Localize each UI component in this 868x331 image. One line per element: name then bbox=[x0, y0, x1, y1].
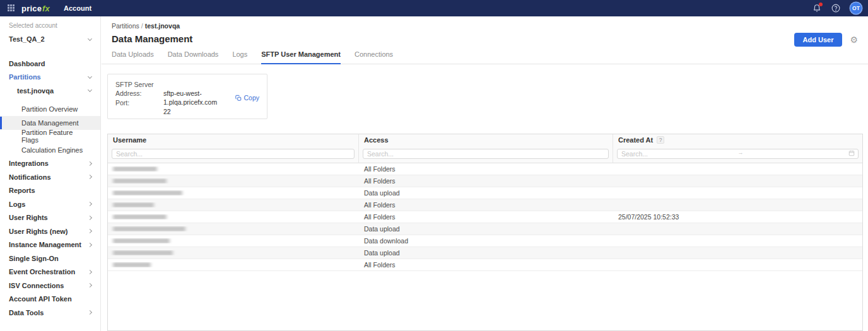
sftp-port-label: Port: bbox=[115, 98, 157, 107]
chevron-right-icon bbox=[88, 243, 92, 247]
username-cell bbox=[108, 202, 359, 207]
redacted-username bbox=[113, 190, 182, 195]
sidebar-item-integrations[interactable]: Integrations bbox=[0, 157, 100, 171]
username-cell bbox=[108, 190, 359, 195]
sidebar-item-data-tools[interactable]: Data Tools bbox=[0, 306, 100, 320]
main-content: Partitions/test.jnovqa Data Management A… bbox=[102, 16, 868, 331]
column-header-created-at[interactable]: Created At ? bbox=[613, 134, 862, 146]
chevron-right-icon bbox=[88, 161, 92, 166]
table-row[interactable]: All Folders bbox=[108, 199, 862, 211]
tab-sftp-user-management[interactable]: SFTP User Management bbox=[261, 50, 341, 64]
tab-connections[interactable]: Connections bbox=[355, 50, 393, 64]
sftp-users-table: Username Access Created At ? → All Folde… bbox=[107, 134, 863, 331]
sidebar-item-notifications[interactable]: Notifications bbox=[0, 170, 100, 184]
tab-bar: Data Uploads Data Downloads Logs SFTP Us… bbox=[102, 44, 868, 64]
table-row[interactable]: Data upload bbox=[108, 247, 862, 259]
redacted-username bbox=[113, 262, 151, 267]
breadcrumb-partitions[interactable]: Partitions bbox=[112, 22, 139, 30]
table-body: All FoldersAll FoldersData uploadAll Fol… bbox=[108, 163, 862, 330]
username-cell bbox=[108, 178, 359, 183]
table-row[interactable]: Data upload bbox=[108, 223, 862, 235]
redacted-username bbox=[113, 250, 173, 255]
chevron-down-icon bbox=[88, 36, 92, 40]
chevron-right-icon bbox=[88, 229, 92, 233]
sidebar-item-partition-feature-flags[interactable]: Partition Feature Flags bbox=[0, 130, 100, 144]
sftp-address-value: sftp-eu-west-1.plqa.pricefx.com bbox=[163, 89, 232, 107]
sidebar-item-instance-management[interactable]: Instance Management bbox=[0, 238, 100, 252]
sidebar-item-user-rights[interactable]: User Rights bbox=[0, 211, 100, 225]
tab-data-uploads[interactable]: Data Uploads bbox=[112, 50, 154, 64]
chevron-right-icon bbox=[88, 216, 92, 220]
chevron-right-icon bbox=[88, 202, 92, 206]
created-at-cell: 25/07/2025 10:52:33 bbox=[613, 213, 862, 221]
table-row[interactable]: Data download bbox=[108, 235, 862, 247]
table-row[interactable]: All Folders bbox=[108, 259, 862, 271]
sidebar-item-dashboard[interactable]: Dashboard bbox=[0, 57, 100, 71]
breadcrumb: Partitions/test.jnovqa bbox=[112, 22, 868, 30]
table-filter-row: → bbox=[108, 146, 862, 163]
sidebar-item-event-orchestration[interactable]: Event Orchestration bbox=[0, 265, 100, 279]
tab-logs[interactable]: Logs bbox=[232, 50, 247, 64]
sidebar-item-partitions[interactable]: Partitions bbox=[0, 71, 100, 84]
sidebar-item-account-api-token[interactable]: Account API Token bbox=[0, 293, 100, 306]
username-cell bbox=[108, 214, 359, 219]
add-user-button[interactable]: Add User bbox=[794, 33, 843, 47]
table-row[interactable]: All Folders25/07/2025 10:52:33 bbox=[108, 211, 862, 223]
access-cell: All Folders bbox=[359, 201, 613, 209]
chevron-right-icon bbox=[88, 175, 92, 179]
sidebar-item-user-rights-new[interactable]: User Rights (new) bbox=[0, 224, 100, 238]
selected-account-label: Selected account bbox=[0, 22, 100, 29]
access-cell: Data upload bbox=[359, 249, 613, 257]
redacted-username bbox=[113, 238, 170, 243]
gear-icon[interactable]: ⚙ bbox=[850, 35, 858, 44]
sidebar-item-partition-overview[interactable]: Partition Overview bbox=[0, 103, 100, 117]
sftp-port-value: 22 bbox=[163, 107, 259, 116]
access-cell: Data upload bbox=[359, 225, 613, 233]
username-cell bbox=[108, 250, 359, 255]
sidebar-item-partition-test-jnovqa[interactable]: test.jnovqa bbox=[0, 84, 100, 98]
breadcrumb-current: test.jnovqa bbox=[145, 22, 180, 30]
redacted-username bbox=[113, 226, 185, 231]
access-cell: All Folders bbox=[359, 213, 613, 221]
redacted-username bbox=[113, 202, 154, 207]
sidebar-item-reports[interactable]: Reports bbox=[0, 184, 100, 198]
access-search-input[interactable] bbox=[363, 149, 609, 159]
chevron-down-icon bbox=[88, 88, 92, 92]
username-cell bbox=[108, 166, 359, 171]
redacted-username bbox=[113, 214, 167, 219]
column-header-access[interactable]: Access bbox=[359, 134, 613, 146]
sidebar-item-single-sign-on[interactable]: Single Sign-On bbox=[0, 252, 100, 265]
username-cell bbox=[108, 238, 359, 243]
sftp-server-card: SFTP Server Address: Port: sftp-eu-west-… bbox=[107, 74, 267, 119]
sidebar-item-isv-connections[interactable]: ISV Connections bbox=[0, 279, 100, 293]
chevron-right-icon bbox=[88, 283, 92, 287]
help-icon[interactable] bbox=[831, 4, 840, 13]
table-row[interactable]: All Folders bbox=[108, 175, 862, 187]
username-search-input[interactable] bbox=[112, 149, 355, 159]
page-title: Data Management bbox=[112, 33, 868, 44]
copy-address-button[interactable]: Copy bbox=[235, 93, 259, 102]
user-avatar[interactable]: OT bbox=[850, 3, 862, 14]
sidebar-item-logs[interactable]: Logs bbox=[0, 197, 100, 211]
tab-data-downloads[interactable]: Data Downloads bbox=[168, 50, 219, 64]
sidebar-item-data-management[interactable]: Data Management bbox=[0, 116, 100, 130]
sftp-address-label: SFTP Server Address: bbox=[115, 80, 157, 98]
app-launcher-icon[interactable] bbox=[8, 4, 15, 12]
copy-icon bbox=[235, 95, 242, 102]
column-header-username[interactable]: Username bbox=[108, 134, 359, 146]
topbar: pricefx Account OT bbox=[0, 0, 868, 16]
table-row[interactable]: All Folders bbox=[108, 163, 862, 175]
username-cell bbox=[108, 226, 359, 231]
notifications-bell-icon[interactable] bbox=[812, 4, 821, 13]
notification-badge bbox=[819, 3, 823, 6]
created-at-help-badge[interactable]: ? bbox=[657, 136, 664, 144]
chevron-right-icon bbox=[88, 310, 92, 315]
chevron-right-icon bbox=[88, 270, 92, 274]
redacted-username bbox=[113, 178, 167, 183]
sidebar: Selected account Test_QA_2 Dashboard Par… bbox=[0, 16, 101, 331]
table-row[interactable]: Data upload bbox=[108, 187, 862, 199]
sidebar-item-calculation-engines[interactable]: Calculation Engines bbox=[0, 143, 100, 157]
account-selector[interactable]: Test_QA_2 bbox=[0, 33, 100, 45]
created-at-search-input[interactable] bbox=[617, 149, 859, 159]
access-cell: Data download bbox=[359, 237, 613, 245]
